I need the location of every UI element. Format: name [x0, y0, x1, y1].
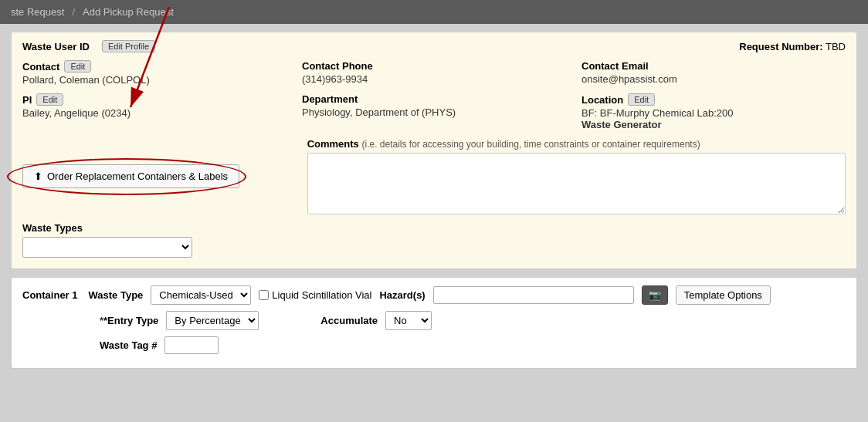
container-card: Container 1 Waste Type Chemicals-Used Bi… [11, 277, 857, 369]
order-replacement-button[interactable]: ⬆ Order Replacement Containers & Labels [22, 164, 239, 188]
bottom-row: ⬆ Order Replacement Containers & Labels … [22, 138, 846, 214]
contact-section: Contact Edit Pollard, Coleman (COLPOL) [22, 60, 287, 86]
breadcrumb-part1: ste Request [11, 6, 64, 18]
request-number-value: TBD [826, 41, 846, 52]
phone-label: Contact Phone [302, 60, 566, 72]
container-row-2: **Entry Type By Percentage By Volume By … [22, 311, 846, 330]
container-row-3: Waste Tag # [22, 336, 846, 354]
comments-textarea[interactable] [307, 153, 846, 214]
location-value1: BF: BF-Murphy Chemical Lab:200 [581, 107, 846, 119]
hazards-label: Hazard(s) [379, 289, 425, 301]
location-section: Location Edit BF: BF-Murphy Chemical Lab… [581, 93, 846, 130]
phone-value: (314)963-9934 [302, 73, 566, 85]
waste-type-label: Waste Type [89, 289, 144, 301]
entry-type-select[interactable]: By Percentage By Volume By Weight [166, 311, 259, 330]
waste-type-select[interactable]: Chemicals-Used Biological Radioactive Ot… [151, 285, 251, 305]
breadcrumb-separator: / [72, 6, 75, 18]
pi-value: Bailey, Angelique (0234) [22, 107, 287, 119]
camera-icon: 📷 [649, 289, 661, 301]
contact-edit-button[interactable]: Edit [64, 60, 91, 73]
dept-value: Physiology, Department of (PHYS) [302, 106, 566, 118]
entry-type-label: **Entry Type [100, 315, 158, 326]
contact-value: Pollard, Coleman (COLPOL) [22, 74, 287, 86]
waste-types-select[interactable] [22, 237, 192, 258]
location-value2: Waste Generator [581, 119, 846, 130]
waste-types-row: Waste Types [22, 222, 846, 258]
breadcrumb: ste Request / Add Pickup Request [0, 0, 868, 24]
waste-user-id-label: Waste User ID [22, 41, 90, 52]
email-section: Contact Email onsite@hpassist.com [581, 60, 846, 86]
dept-section: Department Physiology, Department of (PH… [302, 93, 566, 130]
upload-icon: ⬆ [34, 170, 42, 182]
hazards-input[interactable] [433, 286, 634, 304]
info-grid: Contact Edit Pollard, Coleman (COLPOL) C… [22, 60, 846, 130]
comments-area: Comments (i.e. details for accessing you… [307, 138, 846, 214]
waste-types-label: Waste Types [22, 222, 846, 234]
phone-section: Contact Phone (314)963-9934 [302, 60, 566, 86]
waste-tag-label: Waste Tag # [100, 339, 157, 351]
liquid-scint-label: Liquid Scintillation Vial [272, 289, 371, 301]
top-card: Waste User ID Edit Profile Request Numbe… [11, 32, 857, 269]
accumulate-label: Accumulate [320, 315, 378, 326]
email-label: Contact Email [581, 60, 846, 72]
pi-label: PI [22, 94, 32, 106]
order-btn-area: ⬆ Order Replacement Containers & Labels [22, 138, 292, 214]
edit-profile-button[interactable]: Edit Profile [102, 40, 155, 52]
waste-tag-input[interactable] [164, 336, 219, 354]
request-number-label: Request Number: [739, 41, 822, 52]
liquid-scint-checkbox[interactable] [259, 290, 269, 300]
contact-label: Contact [22, 61, 59, 73]
pi-section: PI Edit Bailey, Angelique (0234) [22, 93, 287, 130]
pi-edit-button[interactable]: Edit [36, 93, 63, 106]
dept-label: Department [302, 93, 566, 105]
location-edit-button[interactable]: Edit [628, 93, 655, 106]
order-btn-label: Order Replacement Containers & Labels [47, 170, 228, 182]
breadcrumb-part2: Add Pickup Request [83, 6, 174, 18]
comments-label: Comments (i.e. details for accessing you… [307, 138, 846, 150]
accumulate-select[interactable]: No Yes [385, 311, 432, 330]
template-options-button[interactable]: Template Options [676, 285, 771, 305]
top-card-header: Waste User ID Edit Profile Request Numbe… [22, 40, 846, 52]
container-label: Container 1 [22, 289, 78, 301]
email-value: onsite@hpassist.com [581, 73, 846, 85]
container-row-1: Container 1 Waste Type Chemicals-Used Bi… [22, 285, 846, 305]
camera-button[interactable]: 📷 [642, 285, 668, 305]
comments-hint: (i.e. details for accessing your buildin… [361, 139, 700, 150]
request-number: Request Number: TBD [739, 41, 846, 52]
location-label: Location [581, 94, 623, 106]
liquid-scint-checkbox-label[interactable]: Liquid Scintillation Vial [259, 289, 371, 301]
